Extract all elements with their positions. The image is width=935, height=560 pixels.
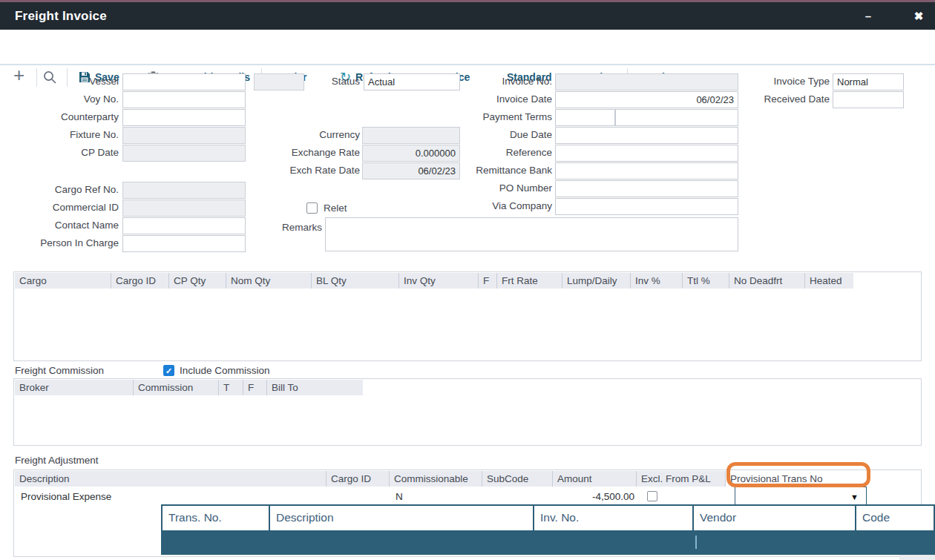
column-header: Inv % xyxy=(631,273,683,289)
vessel-label: Vessel xyxy=(0,73,119,90)
voy-no-label: Voy No. xyxy=(0,91,119,108)
adjustment-amount-cell: -4,500.00 xyxy=(486,488,634,506)
reference-field[interactable] xyxy=(555,145,738,162)
dropdown-column-header: Code xyxy=(856,506,934,530)
contact-name-label: Contact Name xyxy=(0,217,119,234)
dropdown-column-header: Inv. No. xyxy=(534,506,694,530)
invoice-date-label: Invoice Date xyxy=(445,91,552,108)
vessel-field[interactable] xyxy=(122,73,246,90)
close-button[interactable]: ✖ xyxy=(905,2,932,30)
column-header: Commission xyxy=(134,380,219,395)
po-number-field[interactable] xyxy=(555,180,738,197)
remarks-label: Remarks xyxy=(245,220,322,236)
column-header: F xyxy=(243,380,267,395)
column-header: CP Qty xyxy=(169,273,226,289)
exchange-rate-label: Exchange Rate xyxy=(245,145,360,161)
cargo-ref-no-label: Cargo Ref No. xyxy=(0,182,119,198)
due-date-field[interactable] xyxy=(555,127,738,144)
relet-label: Relet xyxy=(324,200,368,217)
chevron-down-icon: ▼ xyxy=(850,493,859,501)
fixture-no-field xyxy=(122,127,246,144)
remittance-bank-label: Remittance Bank xyxy=(445,162,552,179)
column-header-provisional-trans-no: Provisional Trans No xyxy=(726,471,848,487)
cp-date-field xyxy=(122,145,246,162)
person-in-charge-field[interactable] xyxy=(122,235,246,252)
column-header: Heated xyxy=(805,273,853,289)
text-caret xyxy=(695,536,697,549)
freight-commission-section-label: Freight Commission xyxy=(15,363,104,379)
column-header: Cargo ID xyxy=(111,273,169,289)
received-date-label: Received Date xyxy=(749,91,830,108)
commercial-id-label: Commercial ID xyxy=(0,200,119,216)
fixture-no-label: Fixture No. xyxy=(0,127,119,143)
freight-invoice-window: Freight Invoice – ✖ + Save Add Details xyxy=(0,0,935,560)
column-header: SubCode xyxy=(482,471,553,487)
toolbar: + Save Add Details Header ↻ xyxy=(0,30,935,65)
column-header: Ttl % xyxy=(683,273,729,289)
remarks-field[interactable] xyxy=(325,217,738,251)
counterparty-label: Counterparty xyxy=(0,109,119,125)
column-header: Lump/Daily xyxy=(562,273,631,289)
commercial-id-field xyxy=(122,200,246,217)
minimize-button[interactable]: – xyxy=(855,2,882,30)
remittance-bank-field[interactable] xyxy=(555,162,738,179)
cargo-table: Cargo Cargo ID CP Qty Nom Qty BL Qty Inv… xyxy=(13,271,922,361)
invoice-no-label: Invoice No. xyxy=(445,73,552,90)
window-titlebar: Freight Invoice – ✖ xyxy=(0,2,935,30)
dropdown-column-header: Description xyxy=(270,506,534,530)
window-title: Freight Invoice xyxy=(15,2,107,30)
commission-table: Broker Commission T F Bill To xyxy=(13,378,922,446)
column-header: Excl. From P&L xyxy=(637,471,726,487)
adjustment-description-cell: Provisional Expense xyxy=(21,488,111,506)
include-commission-label: Include Commission xyxy=(180,363,270,379)
column-header: F xyxy=(479,273,497,289)
payment-terms-label: Payment Terms xyxy=(445,109,552,125)
voy-no-field[interactable] xyxy=(122,91,246,108)
column-header: No Deadfrt xyxy=(729,273,805,289)
reference-label: Reference xyxy=(445,145,552,161)
via-company-label: Via Company xyxy=(445,198,552,214)
column-header: BL Qty xyxy=(312,273,399,289)
scrollbar-corner xyxy=(899,555,935,560)
cp-date-label: CP Date xyxy=(0,145,119,161)
adjustment-table-header: Description Cargo ID Commissionable SubC… xyxy=(15,471,848,487)
column-header: Amount xyxy=(553,471,637,487)
invoice-no-field xyxy=(555,73,738,90)
invoice-type-label: Invoice Type xyxy=(749,73,830,90)
column-header: Frt Rate xyxy=(497,273,562,289)
received-date-field[interactable] xyxy=(833,91,904,108)
via-company-field[interactable] xyxy=(555,198,738,215)
relet-checkbox[interactable] xyxy=(306,202,318,214)
column-header: Cargo xyxy=(15,273,111,289)
po-number-label: PO Number xyxy=(445,180,552,197)
freight-adjustment-section-label: Freight Adjustment xyxy=(15,452,99,469)
due-date-label: Due Date xyxy=(445,127,552,143)
column-header: Bill To xyxy=(267,380,363,395)
provisional-trans-no-combobox[interactable]: ▼ xyxy=(735,487,867,505)
include-commission-checkbox[interactable]: ✓ xyxy=(163,365,174,376)
column-header: T xyxy=(219,380,243,395)
column-header: Description xyxy=(15,471,327,487)
payment-terms-code-field[interactable] xyxy=(555,109,615,126)
currency-label: Currency xyxy=(245,127,360,143)
dropdown-column-header: Trans. No. xyxy=(163,506,270,530)
adjustment-commissionable-cell: N xyxy=(396,488,403,506)
invoice-date-field[interactable]: 06/02/23 xyxy=(555,91,738,108)
column-header: Nom Qty xyxy=(226,273,312,289)
column-header: Inv Qty xyxy=(399,273,479,289)
excl-from-pl-checkbox[interactable] xyxy=(647,491,657,501)
dropdown-column-header: Vendor xyxy=(694,506,856,530)
person-in-charge-label: Person In Charge xyxy=(0,235,119,251)
cargo-table-header: Cargo Cargo ID CP Qty Nom Qty BL Qty Inv… xyxy=(15,273,853,289)
column-header: Broker xyxy=(15,380,134,395)
payment-terms-desc-field[interactable] xyxy=(615,109,738,126)
commission-table-header: Broker Commission T F Bill To xyxy=(15,380,363,395)
trans-no-dropdown-header: Trans. No. Description Inv. No. Vendor C… xyxy=(161,504,935,530)
contact-name-field[interactable] xyxy=(122,217,246,234)
column-header: Commissionable xyxy=(390,471,482,487)
exch-rate-date-label: Exch Rate Date xyxy=(245,162,360,179)
invoice-type-field[interactable]: Normal xyxy=(833,73,904,90)
counterparty-field[interactable] xyxy=(122,109,246,126)
cargo-ref-no-field xyxy=(122,182,246,199)
dropdown-row-selected[interactable] xyxy=(161,530,935,555)
